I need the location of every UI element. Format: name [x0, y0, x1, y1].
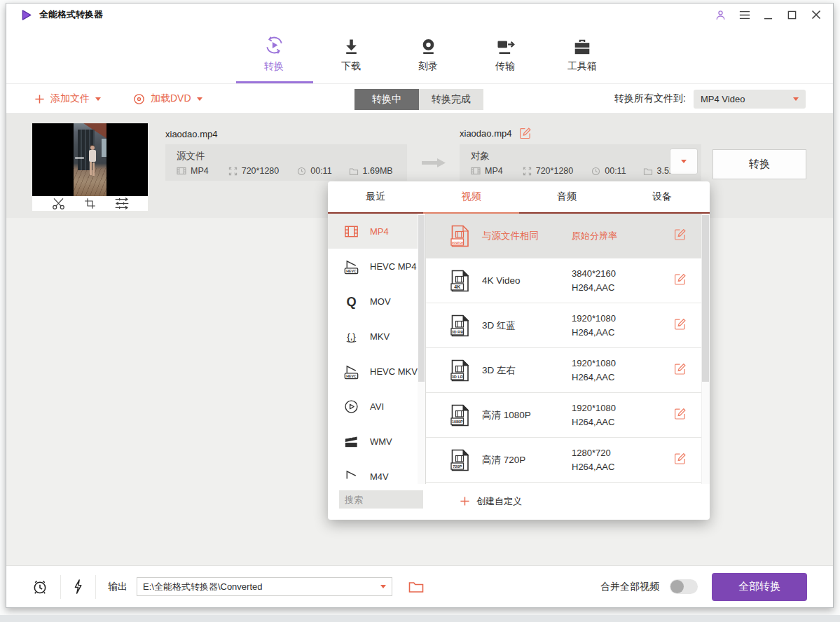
target-format: MP4 [471, 166, 503, 176]
dvd-disc-icon [133, 93, 145, 105]
chevron-down-icon[interactable] [380, 585, 386, 588]
source-format: MP4 [177, 166, 209, 176]
nav-label-burn: 刻录 [418, 60, 438, 73]
preset-dropdown-button[interactable] [670, 148, 698, 174]
preset-list: source 与源文件相同 原始分辨率 4K 4K Video [426, 214, 710, 484]
format-item-wmv[interactable]: WMV [328, 424, 425, 459]
crop-icon[interactable] [84, 198, 96, 209]
format-label: AVI [370, 401, 384, 412]
close-icon[interactable] [810, 9, 822, 21]
panel-tab-recent[interactable]: 最近 [328, 181, 423, 214]
source-filename: xiaodao.mp4 [165, 129, 217, 139]
edit-preset-icon[interactable] [674, 228, 686, 243]
preset-row-720p[interactable]: 720P 高清 720P 1280*720H264,AAC [426, 438, 710, 483]
open-folder-icon[interactable] [408, 581, 424, 593]
output-format-panel: 最近 视频 音频 设备 MP4 HEVC HEVC MP4 [328, 181, 710, 520]
global-format-value: MP4 Video [701, 94, 745, 104]
rename-edit-icon[interactable] [519, 127, 531, 139]
preset-file-icon: source [450, 225, 469, 247]
maximize-icon[interactable] [786, 9, 798, 21]
global-format-select[interactable]: MP4 Video [694, 90, 806, 109]
edit-preset-icon[interactable] [674, 273, 686, 288]
preset-row-source[interactable]: source 与源文件相同 原始分辨率 [426, 214, 710, 258]
svg-text:4K: 4K [454, 284, 460, 289]
preset-specs: 3840*2160H264,AAC [572, 267, 616, 295]
preset-name: 3D 红蓝 [482, 319, 567, 332]
source-resolution: 720*1280 [228, 166, 280, 176]
create-custom-button[interactable]: 创建自定义 [460, 484, 522, 518]
format-label: MOV [370, 296, 391, 307]
load-dvd-button[interactable]: 加载DVD [133, 84, 202, 113]
preset-row-4k[interactable]: 4K 4K Video 3840*2160H264,AAC [426, 258, 710, 303]
preset-row-3d-rb[interactable]: 3D RB 3D 红蓝 1920*1080H264,AAC [426, 303, 710, 348]
schedule-alarm-icon[interactable] [32, 579, 48, 595]
high-speed-bolt-icon[interactable] [73, 579, 83, 595]
transfer-icon [496, 34, 515, 55]
minimize-icon[interactable] [762, 9, 774, 21]
toolbar: 添加文件 加载DVD 转换中 转换完成 转换所有文件到: MP4 Video [6, 83, 833, 114]
svg-text:1080P: 1080P [452, 419, 463, 423]
preset-specs: 1920*1080H264,AAC [572, 312, 616, 340]
resolution-icon [523, 167, 532, 176]
nav-tab-burn[interactable]: 刻录 [406, 34, 450, 83]
video-preview-image [74, 123, 106, 196]
preset-file-icon: 1080P [450, 404, 469, 427]
menu-icon[interactable] [738, 9, 750, 21]
account-icon[interactable] [715, 9, 727, 21]
main-nav: 转换 下载 刻录 传输 [6, 26, 833, 83]
create-custom-label: 创建自定义 [476, 495, 522, 508]
panel-tab-video[interactable]: 视频 [423, 181, 518, 214]
convert-all-button[interactable]: 全部转换 [712, 573, 807, 601]
clapperboard-icon [342, 432, 360, 450]
format-item-hevc-mp4[interactable]: HEVC HEVC MP4 [328, 249, 425, 284]
edit-preset-icon[interactable] [674, 452, 686, 467]
preset-specs: 1920*1080H264,AAC [572, 401, 616, 429]
format-item-mkv[interactable]: {,} MKV [328, 319, 425, 354]
tab-finished[interactable]: 转换完成 [419, 89, 483, 110]
edit-preset-icon[interactable] [674, 363, 686, 378]
nav-tab-convert[interactable]: 转换 [252, 34, 296, 83]
svg-text:3D LR: 3D LR [452, 374, 463, 378]
folder-icon [643, 167, 653, 176]
target-filename: xiaodao.mp4 [460, 128, 511, 139]
format-item-m4v[interactable]: M4V [328, 459, 425, 484]
trim-scissors-icon[interactable] [51, 198, 66, 210]
format-list-scrollbar[interactable] [418, 214, 425, 484]
source-title: 源文件 [177, 150, 205, 163]
preset-row-1080p[interactable]: 1080P 高清 1080P 1920*1080H264,AAC [426, 393, 710, 438]
add-files-button[interactable]: 添加文件 [34, 84, 101, 113]
desktop-background [0, 615, 840, 622]
format-item-mp4[interactable]: MP4 [328, 214, 425, 249]
nav-tab-download[interactable]: 下载 [329, 34, 373, 83]
m4v-flag-icon [342, 467, 360, 484]
mkv-braces-icon: {,} [342, 327, 360, 345]
nav-tab-transfer[interactable]: 传输 [483, 34, 528, 83]
format-item-hevc-mkv[interactable]: HEVC HEVC MKV [328, 354, 425, 389]
preset-row-3d-lr[interactable]: 3D LR 3D 左右 1920*1080H264,AAC [426, 348, 710, 393]
tab-converting[interactable]: 转换中 [354, 89, 419, 110]
effects-sliders-icon[interactable] [114, 197, 130, 210]
edit-preset-icon[interactable] [674, 318, 686, 333]
mp4-filmstrip-icon [342, 222, 360, 240]
format-item-avi[interactable]: AVI [328, 389, 425, 424]
filmstrip-icon [471, 166, 481, 176]
format-search-input[interactable] [339, 490, 423, 509]
edit-preset-icon[interactable] [674, 408, 686, 422]
svg-text:720P: 720P [453, 464, 462, 468]
output-path-input[interactable] [137, 577, 392, 596]
format-item-mov[interactable]: Q MOV [328, 284, 425, 319]
convert-button[interactable]: 转换 [712, 149, 806, 179]
preset-list-scrollbar[interactable] [701, 214, 710, 484]
source-size: 1.69MB [349, 166, 393, 176]
nav-tab-toolbox[interactable]: 工具箱 [560, 34, 605, 83]
format-list: MP4 HEVC HEVC MP4 Q MOV {,} [328, 214, 426, 484]
preset-file-icon: 3D LR [450, 359, 469, 382]
merge-videos-toggle[interactable] [670, 579, 698, 594]
panel-tab-device[interactable]: 设备 [614, 181, 710, 214]
bottom-bar: 输出 合并全部视频 全部转换 [6, 565, 833, 607]
download-icon [343, 34, 360, 55]
format-label: M4V [370, 471, 389, 482]
preset-name: 高清 1080P [482, 409, 567, 422]
panel-tab-audio[interactable]: 音频 [519, 181, 614, 214]
toggle-knob [670, 580, 684, 593]
